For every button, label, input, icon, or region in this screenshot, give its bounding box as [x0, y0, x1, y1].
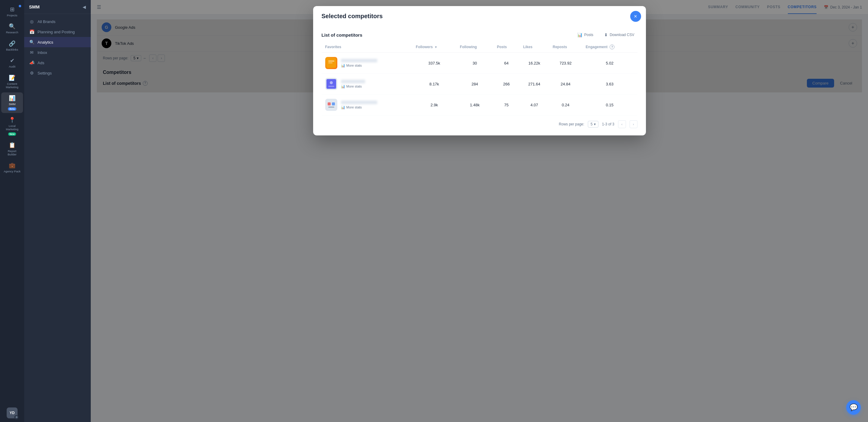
sidebar-item-research[interactable]: 🔍 Research: [1, 21, 23, 36]
chat-icon: 💬: [849, 403, 858, 412]
col-favorites: Favorites: [321, 41, 412, 53]
comp-info-3: 📊 More stats: [341, 101, 377, 109]
modal-pg-next[interactable]: ›: [629, 120, 638, 128]
comp-posts-1: 64: [493, 53, 520, 74]
modal-title: Selected competitors: [321, 13, 638, 20]
sidebar-item-smm[interactable]: 📊 SMM Beta: [1, 92, 23, 113]
followers-sort-icon: ▼: [434, 46, 437, 49]
panel-sidebar: SMM ◀ ◎ All Brands 📅 Planning and Postin…: [24, 0, 91, 422]
comp-avatar-1: [325, 57, 337, 69]
sidebar-item-projects[interactable]: ⊞ Projects: [1, 4, 23, 19]
comp-followers-3: 2.9k: [412, 94, 456, 115]
settings-icon: ⚙: [29, 71, 34, 76]
user-avatar-button[interactable]: YD ⚙: [7, 407, 18, 418]
nav-item-planning-posting[interactable]: 📅 Planning and Posting: [24, 27, 91, 37]
sidebar-item-agency-pack[interactable]: 💼 Agency Pack: [1, 160, 23, 175]
comp-cell-2: 📊 More stats: [321, 74, 412, 94]
more-stats-button-2[interactable]: 📊 More stats: [341, 85, 365, 88]
more-stats-icon-1: 📊: [341, 64, 345, 67]
comp-info-1: 📊 More stats: [341, 59, 377, 67]
panel-header: SMM ◀: [24, 0, 91, 14]
sidebar-item-backlinks[interactable]: 🔗 Backlinks: [1, 38, 23, 54]
all-brands-icon: ◎: [29, 19, 34, 24]
sidebar-item-content-marketing[interactable]: 📝 Content Marketing: [1, 72, 23, 91]
comp-cell-3: 📊 More stats: [321, 94, 412, 115]
sidebar-report-label: Report Builder: [3, 149, 21, 156]
rows-per-page-modal-select[interactable]: 5 ▾: [588, 121, 598, 128]
comp-engagement-3: 0.15: [582, 94, 638, 115]
table-header-bar: List of competitors 📊 Posts ⬇ Download C…: [321, 26, 638, 41]
sidebar-projects-label: Projects: [7, 13, 17, 17]
download-csv-button[interactable]: ⬇ Download CSV: [601, 31, 637, 39]
col-engagement: Engagement ?: [582, 41, 638, 53]
report-builder-icon: 📋: [9, 142, 16, 148]
nav-item-inbox[interactable]: ✉ Inbox: [24, 47, 91, 58]
col-posts: Posts: [493, 41, 520, 53]
sidebar-item-report-builder[interactable]: 📋 Report Builder: [1, 139, 23, 159]
modal-pagination: Rows per page: 5 ▾ 1-3 of 3 ‹ ›: [321, 115, 638, 128]
research-icon: 🔍: [9, 23, 16, 30]
comp-followers-1: 337.5k: [412, 53, 456, 74]
comp-avatar-2: [325, 78, 337, 90]
comp-name-2: [341, 80, 365, 83]
comp-likes-2: 271.64: [520, 74, 549, 94]
col-reposts: Reposts: [549, 41, 582, 53]
comp-name-3: [341, 101, 377, 104]
svg-rect-5: [328, 86, 334, 87]
svg-point-4: [330, 81, 333, 84]
posts-tool-button[interactable]: 📊 Posts: [574, 31, 596, 39]
comp-reposts-1: 723.92: [549, 53, 582, 74]
nav-analytics-label: Analytics: [37, 40, 53, 45]
sidebar-item-local-marketing[interactable]: 📍 Local Marketing New: [1, 114, 23, 138]
icon-sidebar: ⊞ Projects 🔍 Research 🔗 Backlinks ✔ Audi…: [0, 0, 24, 422]
comp-info-2: 📊 More stats: [341, 80, 365, 88]
rows-per-page-modal-label: Rows per page:: [559, 122, 584, 126]
comp-following-2: 284: [456, 74, 493, 94]
engagement-help-icon[interactable]: ?: [610, 45, 615, 49]
chat-bubble[interactable]: 💬: [846, 400, 861, 415]
modal-close-button[interactable]: ×: [630, 11, 641, 22]
planning-posting-icon: 📅: [29, 29, 34, 34]
svg-rect-7: [328, 103, 331, 106]
more-stats-button-1[interactable]: 📊 More stats: [341, 64, 377, 67]
nav-item-analytics[interactable]: 🔍 Analytics: [24, 37, 91, 47]
comp-likes-3: 4.07: [520, 94, 549, 115]
sidebar-content-label: Content Marketing: [3, 82, 21, 89]
svg-rect-9: [328, 107, 334, 108]
comp-cell-content-1: 📊 More stats: [325, 57, 409, 69]
nav-all-brands-label: All Brands: [37, 19, 55, 24]
comp-reposts-3: 0.24: [549, 94, 582, 115]
backlinks-icon: 🔗: [9, 40, 16, 47]
sidebar-audit-label: Audit: [9, 65, 16, 68]
modal-table-title: List of competitors: [321, 32, 363, 37]
svg-rect-8: [332, 103, 335, 106]
table-row: 📊 More stats 337.5k 30 64 16.22k 72: [321, 53, 638, 74]
nav-inbox-label: Inbox: [37, 50, 47, 55]
competitors-table: Favorites Followers ▼ Following Posts: [321, 41, 638, 115]
nav-item-all-brands[interactable]: ◎ All Brands: [24, 16, 91, 27]
more-stats-button-3[interactable]: 📊 More stats: [341, 106, 377, 109]
table-row: 📊 More stats 8.17k 284 266 271.64 2: [321, 74, 638, 94]
collapse-button[interactable]: ◀: [83, 4, 86, 9]
smm-icon: 📊: [9, 95, 16, 102]
comp-likes-1: 16.22k: [520, 53, 549, 74]
col-followers[interactable]: Followers ▼: [412, 41, 456, 53]
comp-posts-3: 75: [493, 94, 520, 115]
comp-name-1: [341, 59, 377, 62]
col-likes: Likes: [520, 41, 549, 53]
col-following: Following: [456, 41, 493, 53]
nav-item-ads[interactable]: 📣 Ads: [24, 58, 91, 68]
modal-page-info: 1-3 of 3: [602, 122, 615, 126]
comp-engagement-1: 5.02: [582, 53, 638, 74]
sidebar-item-audit[interactable]: ✔ Audit: [1, 55, 23, 71]
modal-header: Selected competitors ×: [313, 6, 646, 20]
smm-beta-badge: Beta: [8, 107, 16, 111]
modal-pg-prev[interactable]: ‹: [618, 120, 626, 128]
audit-icon: ✔: [10, 57, 14, 64]
modal: Selected competitors × List of competito…: [313, 6, 646, 135]
modal-overlay[interactable]: Selected competitors × List of competito…: [91, 0, 868, 422]
inbox-icon: ✉: [29, 50, 34, 55]
nav-item-settings[interactable]: ⚙ Settings: [24, 68, 91, 78]
main-area: ☰ SUMMARY COMMUNITY POSTS COMPETITORS 📅 …: [91, 0, 868, 422]
comp-posts-2: 266: [493, 74, 520, 94]
